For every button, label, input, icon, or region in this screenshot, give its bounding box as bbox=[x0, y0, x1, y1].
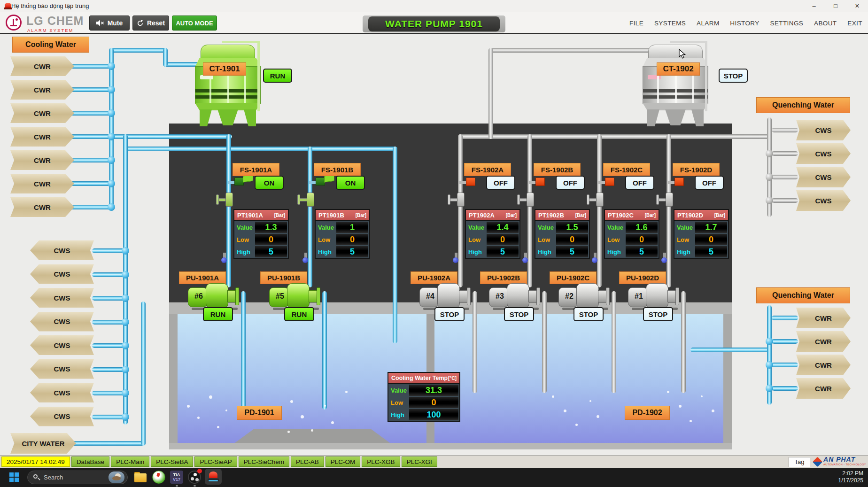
pipe-junction bbox=[766, 361, 773, 369]
cooling-water-temp-panel: Cooling Water Temp[°C]Value31.3Low0High1… bbox=[388, 372, 460, 422]
ct1901-status-button[interactable]: RUN bbox=[263, 69, 292, 83]
pipe-segment bbox=[70, 64, 111, 69]
anphat-diamond-icon bbox=[813, 457, 822, 467]
water-bubble bbox=[301, 415, 304, 418]
cooling-water-temp-panel-header: Cooling Water Temp[°C] bbox=[388, 373, 459, 384]
plc-badge-database[interactable]: DataBase bbox=[71, 456, 109, 467]
menu-item-history[interactable]: HISTORY bbox=[730, 20, 759, 27]
plc-badge-plc-main[interactable]: PLC-Main bbox=[111, 456, 149, 467]
search-input[interactable]: Search bbox=[27, 471, 128, 484]
status-datetime: 2025/01/17 14:02:49 bbox=[1, 456, 70, 467]
pipe-junction bbox=[766, 150, 773, 157]
tower-leg bbox=[647, 109, 659, 126]
quench-cwr-arrow: CWR bbox=[796, 331, 851, 352]
valve-stem bbox=[450, 198, 457, 201]
ct1902-label: CT-1902 bbox=[657, 62, 700, 76]
minimize-icon[interactable]: – bbox=[803, 0, 825, 12]
auto-mode-button[interactable]: AUTO MODE bbox=[172, 15, 217, 31]
plc-badge-plc-xgi[interactable]: PLC-XGI bbox=[402, 456, 437, 467]
menu-item-about[interactable]: ABOUT bbox=[814, 20, 837, 27]
pump-status-button[interactable]: RUN bbox=[203, 307, 233, 321]
vendor-logo: AN PHAT AUTOMATION - TECHNOLOGY bbox=[814, 457, 866, 467]
close-icon[interactable]: × bbox=[846, 0, 868, 12]
row-label: Value bbox=[234, 221, 254, 233]
water-bubble bbox=[589, 400, 591, 402]
pipe-junction bbox=[766, 197, 773, 204]
panel-row: High100 bbox=[388, 409, 459, 421]
plc-badge-plc-xgb[interactable]: PLC-XGB bbox=[362, 456, 400, 467]
pump-pu-1902d: #1 bbox=[628, 281, 681, 311]
alarm-app-slot[interactable] bbox=[205, 469, 222, 485]
pump-status-button[interactable]: STOP bbox=[504, 307, 534, 321]
menu-item-settings[interactable]: SETTINGS bbox=[770, 20, 803, 27]
file-explorer-icon[interactable] bbox=[134, 472, 147, 482]
tower-frame-pipe bbox=[705, 41, 707, 111]
pt-panel-pt1902a-header: PT1902A[Bar] bbox=[466, 210, 519, 221]
panel-unit: [Bar] bbox=[356, 213, 366, 218]
pipe-junction bbox=[122, 389, 129, 397]
reset-button[interactable]: Reset bbox=[132, 15, 169, 31]
pt-panel-pt1902c-header: PT1902C[Bar] bbox=[605, 210, 659, 221]
fs-status-button[interactable]: OFF bbox=[556, 176, 585, 190]
menu-item-exit[interactable]: EXIT bbox=[847, 20, 862, 27]
maximize-icon[interactable]: □ bbox=[825, 0, 846, 12]
plc-badge-plc-ab[interactable]: PLC-AB bbox=[291, 456, 324, 467]
plc-badge-plc-sieap[interactable]: PLC-SieAP bbox=[194, 456, 237, 467]
row-label: Value bbox=[674, 221, 694, 233]
menu-item-systems[interactable]: SYSTEMS bbox=[654, 20, 686, 27]
water-bubble bbox=[701, 395, 703, 397]
pipe-segment bbox=[458, 134, 772, 139]
fs-status-button[interactable]: ON bbox=[336, 176, 365, 190]
search-highlight-image[interactable] bbox=[108, 472, 124, 483]
water-bubble bbox=[667, 391, 669, 393]
plc-badge-plc-siechem[interactable]: PLC-SieChem bbox=[239, 456, 289, 467]
water-basin-right bbox=[434, 314, 723, 443]
app-header: LG CHEM ALARM SYSTEM Mute Reset AUTO MOD… bbox=[0, 12, 868, 34]
main-menu: FILESYSTEMSALARMHISTORYSETTINGSABOUTEXIT bbox=[629, 16, 865, 30]
fs-status-button[interactable]: OFF bbox=[486, 176, 515, 190]
window-title-bar: Hệ thống báo động tập trung – □ × bbox=[0, 0, 868, 12]
fs-status-button[interactable]: OFF bbox=[625, 176, 654, 190]
cws-arrow: CWS bbox=[30, 288, 94, 308]
panel-row: Low0 bbox=[234, 233, 288, 246]
row-value: 5 bbox=[255, 246, 287, 257]
panel-title: Cooling Water Temp bbox=[391, 375, 448, 381]
mute-button[interactable]: Mute bbox=[89, 15, 130, 31]
pump-status-button[interactable]: STOP bbox=[434, 307, 465, 321]
menu-item-file[interactable]: FILE bbox=[629, 20, 643, 27]
quench-cws-arrow: CWS bbox=[796, 120, 851, 140]
pump-status-button[interactable]: STOP bbox=[643, 307, 673, 321]
row-value: 5 bbox=[626, 246, 658, 257]
start-button[interactable] bbox=[9, 472, 19, 482]
tia-portal-icon[interactable]: TIA V17 bbox=[170, 471, 183, 484]
pipe-segment bbox=[123, 147, 397, 151]
ct1902-status-button[interactable]: STOP bbox=[719, 69, 748, 83]
reset-label: Reset bbox=[147, 19, 165, 27]
tag-button[interactable]: Tag bbox=[789, 457, 810, 467]
pump-pu-1902c: #2 bbox=[558, 281, 611, 311]
cwr-arrow: CWR bbox=[10, 174, 74, 193]
plc-badge-plc-sieba[interactable]: PLC-SieBA bbox=[151, 456, 193, 467]
pipe-junction bbox=[108, 203, 115, 211]
coccoc-browser-icon[interactable] bbox=[152, 471, 165, 484]
pump-status-button[interactable]: STOP bbox=[574, 307, 604, 321]
valve-body bbox=[307, 193, 314, 207]
panel-row: Low0 bbox=[535, 233, 589, 246]
fs-status-button[interactable]: OFF bbox=[695, 176, 724, 190]
cws-arrow: CWS bbox=[30, 335, 94, 355]
taskbar-clock[interactable]: 2:02 PM 1/17/2025 bbox=[838, 470, 863, 484]
panel-row: Value1.7 bbox=[674, 221, 728, 233]
pump-casing bbox=[437, 283, 460, 309]
pipe-sensor-icon bbox=[453, 257, 458, 263]
row-label: Low bbox=[674, 233, 694, 246]
plc-badge-plc-om[interactable]: PLC-OM bbox=[326, 456, 361, 467]
row-value: 5 bbox=[487, 246, 519, 257]
tower-cap bbox=[648, 45, 703, 59]
valve-stem bbox=[659, 198, 666, 201]
pump-status-button[interactable]: RUN bbox=[284, 307, 314, 321]
water-bubble bbox=[324, 405, 326, 407]
fs-status-button[interactable]: ON bbox=[255, 176, 284, 190]
flow-switch-icon bbox=[598, 175, 625, 187]
menu-item-alarm[interactable]: ALARM bbox=[697, 20, 720, 27]
pipe-segment bbox=[542, 291, 547, 393]
